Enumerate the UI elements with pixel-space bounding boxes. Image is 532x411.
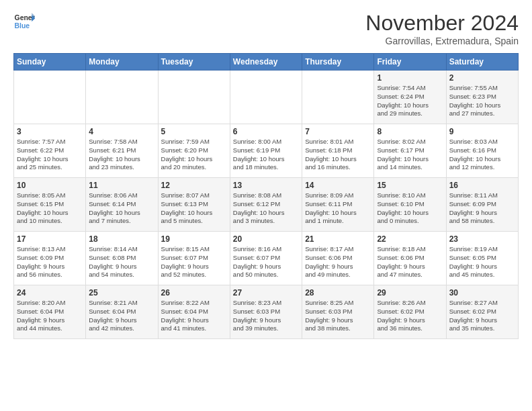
day-info: Sunrise: 8:17 AMSunset: 6:06 PMDaylight:…	[305, 245, 371, 279]
day-info: Sunrise: 7:59 AMSunset: 6:20 PMDaylight:…	[161, 138, 227, 172]
day-header-tuesday: Tuesday	[158, 54, 230, 71]
calendar-cell: 13Sunrise: 8:08 AMSunset: 6:12 PMDayligh…	[230, 178, 302, 232]
day-number: 5	[161, 127, 227, 136]
day-number: 15	[377, 181, 443, 190]
day-header-saturday: Saturday	[446, 54, 518, 71]
day-number: 7	[305, 127, 371, 136]
calendar-cell: 10Sunrise: 8:05 AMSunset: 6:15 PMDayligh…	[14, 178, 86, 232]
calendar-table: SundayMondayTuesdayWednesdayThursdayFrid…	[13, 53, 519, 339]
day-number: 30	[449, 288, 515, 298]
calendar-cell: 20Sunrise: 8:16 AMSunset: 6:07 PMDayligh…	[230, 232, 302, 285]
calendar-body: 1Sunrise: 7:54 AMSunset: 6:24 PMDaylight…	[14, 71, 519, 339]
day-info: Sunrise: 8:07 AMSunset: 6:13 PMDaylight:…	[161, 191, 227, 226]
day-info: Sunrise: 8:10 AMSunset: 6:10 PMDaylight:…	[377, 191, 443, 226]
day-info: Sunrise: 7:57 AMSunset: 6:22 PMDaylight:…	[17, 138, 83, 172]
calendar-cell: 24Sunrise: 8:20 AMSunset: 6:04 PMDayligh…	[14, 285, 86, 339]
day-number: 10	[17, 181, 83, 190]
day-number: 28	[305, 288, 371, 298]
calendar-cell: 8Sunrise: 8:02 AMSunset: 6:17 PMDaylight…	[374, 124, 446, 178]
day-info: Sunrise: 8:27 AMSunset: 6:02 PMDaylight:…	[449, 299, 515, 333]
day-number: 3	[17, 127, 83, 136]
day-info: Sunrise: 8:20 AMSunset: 6:04 PMDaylight:…	[17, 299, 83, 333]
day-number: 4	[89, 127, 154, 136]
day-number: 9	[449, 127, 515, 136]
calendar-cell: 23Sunrise: 8:19 AMSunset: 6:05 PMDayligh…	[446, 232, 518, 285]
day-number: 27	[233, 288, 299, 298]
calendar-cell: 28Sunrise: 8:25 AMSunset: 6:03 PMDayligh…	[302, 285, 374, 339]
day-number: 6	[233, 127, 299, 136]
day-info: Sunrise: 7:58 AMSunset: 6:21 PMDaylight:…	[89, 138, 154, 172]
day-number: 17	[17, 234, 83, 244]
calendar-week-1: 1Sunrise: 7:54 AMSunset: 6:24 PMDaylight…	[14, 71, 519, 124]
day-number: 26	[161, 288, 227, 298]
page-header: General Blue November 2024 Garrovillas, …	[13, 11, 519, 46]
day-number: 11	[89, 181, 154, 190]
month-title: November 2024	[365, 11, 519, 36]
day-number: 23	[449, 234, 515, 244]
day-number: 22	[377, 234, 443, 244]
day-info: Sunrise: 8:14 AMSunset: 6:08 PMDaylight:…	[89, 245, 154, 279]
day-info: Sunrise: 8:03 AMSunset: 6:16 PMDaylight:…	[449, 138, 515, 172]
calendar-cell: 2Sunrise: 7:55 AMSunset: 6:23 PMDaylight…	[446, 71, 518, 124]
day-info: Sunrise: 8:00 AMSunset: 6:19 PMDaylight:…	[233, 138, 299, 172]
calendar-cell: 22Sunrise: 8:18 AMSunset: 6:06 PMDayligh…	[374, 232, 446, 285]
day-number: 24	[17, 288, 83, 298]
day-header-monday: Monday	[86, 54, 158, 71]
day-info: Sunrise: 8:05 AMSunset: 6:15 PMDaylight:…	[17, 191, 83, 226]
calendar-cell: 29Sunrise: 8:26 AMSunset: 6:02 PMDayligh…	[374, 285, 446, 339]
day-number: 16	[449, 181, 515, 190]
calendar-cell: 27Sunrise: 8:23 AMSunset: 6:03 PMDayligh…	[230, 285, 302, 339]
day-info: Sunrise: 8:18 AMSunset: 6:06 PMDaylight:…	[377, 245, 443, 279]
calendar-cell: 6Sunrise: 8:00 AMSunset: 6:19 PMDaylight…	[230, 124, 302, 178]
day-info: Sunrise: 8:19 AMSunset: 6:05 PMDaylight:…	[449, 245, 515, 279]
day-info: Sunrise: 7:54 AMSunset: 6:24 PMDaylight:…	[377, 84, 443, 118]
day-info: Sunrise: 8:02 AMSunset: 6:17 PMDaylight:…	[377, 138, 443, 172]
logo-icon: General Blue	[13, 11, 35, 32]
calendar-cell	[86, 71, 158, 124]
day-info: Sunrise: 8:01 AMSunset: 6:18 PMDaylight:…	[305, 138, 371, 172]
day-number: 1	[377, 73, 443, 83]
day-info: Sunrise: 7:55 AMSunset: 6:23 PMDaylight:…	[449, 84, 515, 118]
calendar-cell: 12Sunrise: 8:07 AMSunset: 6:13 PMDayligh…	[158, 178, 230, 232]
calendar-week-3: 10Sunrise: 8:05 AMSunset: 6:15 PMDayligh…	[14, 178, 519, 232]
calendar-cell: 7Sunrise: 8:01 AMSunset: 6:18 PMDaylight…	[302, 124, 374, 178]
logo: General Blue	[13, 11, 35, 32]
calendar-week-2: 3Sunrise: 7:57 AMSunset: 6:22 PMDaylight…	[14, 124, 519, 178]
day-info: Sunrise: 8:11 AMSunset: 6:09 PMDaylight:…	[449, 191, 515, 226]
day-info: Sunrise: 8:21 AMSunset: 6:04 PMDaylight:…	[89, 299, 154, 333]
calendar-cell: 25Sunrise: 8:21 AMSunset: 6:04 PMDayligh…	[86, 285, 158, 339]
day-info: Sunrise: 8:09 AMSunset: 6:11 PMDaylight:…	[305, 191, 371, 226]
svg-text:Blue: Blue	[15, 22, 30, 30]
day-info: Sunrise: 8:16 AMSunset: 6:07 PMDaylight:…	[233, 245, 299, 279]
calendar-cell: 19Sunrise: 8:15 AMSunset: 6:07 PMDayligh…	[158, 232, 230, 285]
day-number: 12	[161, 181, 227, 190]
calendar-cell: 4Sunrise: 7:58 AMSunset: 6:21 PMDaylight…	[86, 124, 158, 178]
day-number: 19	[161, 234, 227, 244]
calendar-cell	[302, 71, 374, 124]
day-number: 8	[377, 127, 443, 136]
calendar-header-row: SundayMondayTuesdayWednesdayThursdayFrid…	[14, 54, 519, 71]
day-header-wednesday: Wednesday	[230, 54, 302, 71]
calendar-cell	[14, 71, 86, 124]
calendar-cell	[158, 71, 230, 124]
calendar-cell: 11Sunrise: 8:06 AMSunset: 6:14 PMDayligh…	[86, 178, 158, 232]
calendar-cell: 26Sunrise: 8:22 AMSunset: 6:04 PMDayligh…	[158, 285, 230, 339]
day-info: Sunrise: 8:08 AMSunset: 6:12 PMDaylight:…	[233, 191, 299, 226]
day-info: Sunrise: 8:26 AMSunset: 6:02 PMDaylight:…	[377, 299, 443, 333]
calendar-cell: 3Sunrise: 7:57 AMSunset: 6:22 PMDaylight…	[14, 124, 86, 178]
day-number: 18	[89, 234, 154, 244]
day-number: 21	[305, 234, 371, 244]
calendar-cell: 21Sunrise: 8:17 AMSunset: 6:06 PMDayligh…	[302, 232, 374, 285]
day-header-friday: Friday	[374, 54, 446, 71]
calendar-cell: 5Sunrise: 7:59 AMSunset: 6:20 PMDaylight…	[158, 124, 230, 178]
calendar-cell: 18Sunrise: 8:14 AMSunset: 6:08 PMDayligh…	[86, 232, 158, 285]
day-info: Sunrise: 8:23 AMSunset: 6:03 PMDaylight:…	[233, 299, 299, 333]
day-number: 14	[305, 181, 371, 190]
day-header-sunday: Sunday	[14, 54, 86, 71]
day-info: Sunrise: 8:13 AMSunset: 6:09 PMDaylight:…	[17, 245, 83, 279]
day-info: Sunrise: 8:22 AMSunset: 6:04 PMDaylight:…	[161, 299, 227, 333]
calendar-cell	[230, 71, 302, 124]
day-number: 13	[233, 181, 299, 190]
day-info: Sunrise: 8:25 AMSunset: 6:03 PMDaylight:…	[305, 299, 371, 333]
calendar-cell: 30Sunrise: 8:27 AMSunset: 6:02 PMDayligh…	[446, 285, 518, 339]
